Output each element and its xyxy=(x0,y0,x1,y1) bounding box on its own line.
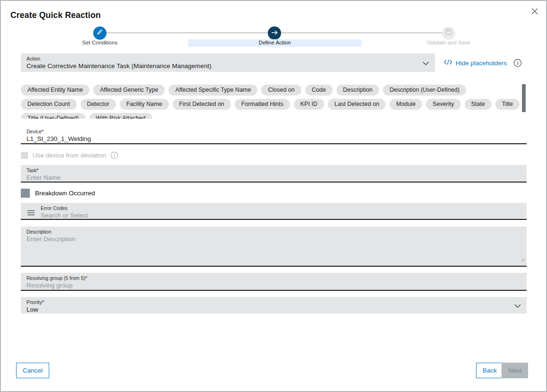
priority-label: Priority* xyxy=(21,297,527,305)
list-icon xyxy=(27,209,35,218)
placeholder-chip[interactable]: Severity xyxy=(426,99,460,110)
placeholder-chip[interactable]: Last Detected on xyxy=(328,99,386,110)
breakdown-occurred-row: Breakdown Occurred xyxy=(21,188,95,198)
chip-row: Title (User-Defined)With Risk Attached xyxy=(21,113,521,119)
save-icon xyxy=(445,29,452,37)
resolving-group-label: Resolving group (5 from 5)* xyxy=(21,273,527,281)
action-select[interactable]: Action Create Corrective Maintenance Tas… xyxy=(21,53,435,72)
breakdown-occurred-checkbox[interactable] xyxy=(21,189,30,198)
placeholder-chip[interactable]: Detection Count xyxy=(21,99,77,110)
hide-placeholders-label: Hide placeholders xyxy=(456,60,507,67)
resize-handle-icon[interactable] xyxy=(521,255,525,264)
placeholders-toolbar: Hide placeholders xyxy=(444,58,522,68)
use-device-from-deviation-row: Use device from deviation xyxy=(21,151,118,159)
placeholder-chip[interactable]: Detector xyxy=(80,99,116,110)
action-select-value: Create Corrective Maintenance Task (Main… xyxy=(21,61,435,70)
error-codes-field[interactable]: Error Codes xyxy=(21,203,527,220)
chips-scrollbar-thumb[interactable] xyxy=(522,84,526,112)
placeholder-chip[interactable]: Module xyxy=(389,99,422,110)
priority-select[interactable]: Priority* Low xyxy=(21,297,527,314)
priority-value: Low xyxy=(21,305,527,314)
placeholder-chip[interactable]: First Detected on xyxy=(173,99,231,110)
arrow-right-icon xyxy=(271,29,278,37)
description-label: Description xyxy=(21,226,527,235)
placeholder-chips-list: Affected Entity NameAffected Generic Typ… xyxy=(21,85,521,119)
step-label-set-conditions: Set Conditions xyxy=(64,39,135,46)
task-field-label: Task* xyxy=(21,165,527,173)
info-icon[interactable] xyxy=(110,151,118,159)
resolving-group-field[interactable]: Resolving group (5 from 5)* xyxy=(21,273,527,291)
step-set-conditions[interactable] xyxy=(93,26,106,40)
device-field-label: Device* xyxy=(21,126,527,134)
pencil-icon xyxy=(97,29,103,37)
placeholder-chip[interactable]: Facility Name xyxy=(120,99,169,110)
create-quick-reaction-dialog: Create Quick Reaction Set Conditions Def… xyxy=(0,0,547,392)
step-label-validate-save: Validate and Save xyxy=(413,39,484,46)
error-codes-label: Error Codes xyxy=(21,203,527,211)
placeholder-chip[interactable]: Title xyxy=(495,99,520,110)
placeholder-chip[interactable]: Formatted Hints xyxy=(235,99,290,110)
placeholder-chip[interactable]: Code xyxy=(305,85,333,96)
chevron-down-icon xyxy=(514,301,521,310)
info-icon[interactable] xyxy=(513,59,522,67)
placeholder-chip[interactable]: Affected Specific Type Name xyxy=(168,85,257,96)
placeholder-chip[interactable]: KPI ID xyxy=(294,99,324,110)
placeholder-chip[interactable]: State xyxy=(465,99,492,110)
task-field[interactable]: Task* xyxy=(21,165,527,183)
placeholder-chip[interactable]: Closed on xyxy=(261,85,301,96)
back-button[interactable]: Back xyxy=(476,363,503,378)
placeholder-chip[interactable]: Description xyxy=(336,85,379,96)
step-label-define-action: Define Action xyxy=(188,39,362,47)
step-validate-save xyxy=(442,26,455,40)
next-button: Next xyxy=(502,363,528,378)
placeholder-chip[interactable]: Description (User-Defined) xyxy=(383,85,466,96)
action-select-label: Action xyxy=(21,53,435,61)
device-field[interactable]: Device* xyxy=(21,126,527,144)
hide-placeholders-button[interactable]: Hide placeholders xyxy=(444,59,507,67)
code-icon xyxy=(444,59,452,67)
chevron-down-icon xyxy=(423,59,429,67)
error-codes-input[interactable] xyxy=(21,211,527,219)
description-field[interactable]: Description xyxy=(21,226,527,267)
step-define-action[interactable] xyxy=(268,26,281,40)
task-input[interactable] xyxy=(21,173,527,182)
breakdown-occurred-label: Breakdown Occurred xyxy=(35,190,95,197)
chip-row: Detection CountDetectorFacility NameFirs… xyxy=(21,99,521,110)
placeholder-chip[interactable]: Affected Entity Name xyxy=(21,85,89,96)
resolving-group-input[interactable] xyxy=(21,281,527,289)
cancel-button[interactable]: Cancel xyxy=(16,363,49,378)
placeholder-chip[interactable]: Title (User-Defined) xyxy=(21,113,86,119)
placeholder-chip[interactable]: Affected Generic Type xyxy=(93,85,165,96)
placeholder-chip[interactable]: With Risk Attached xyxy=(89,113,152,119)
use-device-from-deviation-label: Use device from deviation xyxy=(33,152,106,159)
use-device-from-deviation-checkbox xyxy=(21,152,28,159)
description-textarea[interactable] xyxy=(21,235,527,261)
chip-row: Affected Entity NameAffected Generic Typ… xyxy=(21,85,521,96)
wizard-stepper: Set Conditions Define Action Validate an… xyxy=(1,1,546,48)
device-input[interactable] xyxy=(21,134,527,143)
